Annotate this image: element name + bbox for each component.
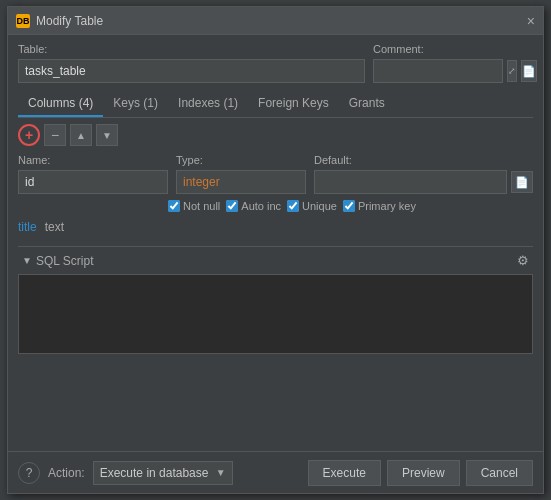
- notnull-label: Not null: [183, 200, 220, 212]
- sql-collapse-arrow: ▼: [22, 255, 32, 266]
- gear-icon[interactable]: ⚙: [517, 253, 529, 268]
- checkbox-notnull: Not null: [168, 200, 220, 212]
- other-columns-row: title text: [18, 220, 533, 234]
- comment-field-group: Comment: ⤢ 📄: [373, 43, 533, 83]
- preview-button[interactable]: Preview: [387, 460, 460, 486]
- comment-input[interactable]: [373, 59, 503, 83]
- footer-left: ? Action: Execute in database ▼: [18, 461, 233, 485]
- sql-content-area: [18, 274, 533, 354]
- sql-section: ▼ SQL Script ⚙: [18, 246, 533, 358]
- default-label: Default:: [314, 154, 533, 166]
- table-comment-row: Table: Comment: ⤢ 📄: [18, 43, 533, 83]
- comment-label: Comment:: [373, 43, 533, 55]
- tabs-bar: Columns (4) Keys (1) Indexes (1) Foreign…: [18, 91, 533, 118]
- add-column-button[interactable]: +: [18, 124, 40, 146]
- action-select-value: Execute in database: [100, 466, 210, 480]
- default-input-wrap: 📄: [314, 170, 533, 194]
- unique-label: Unique: [302, 200, 337, 212]
- dialog-footer: ? Action: Execute in database ▼ Execute …: [8, 451, 543, 493]
- action-select[interactable]: Execute in database ▼: [93, 461, 233, 485]
- table-field-group: Table:: [18, 43, 365, 83]
- table-label: Table:: [18, 43, 365, 55]
- close-button[interactable]: ×: [527, 14, 535, 28]
- type-label: Type:: [176, 154, 306, 166]
- comment-expand-button[interactable]: ⤢: [507, 60, 517, 82]
- comment-doc-icon: 📄: [522, 65, 536, 78]
- sql-section-title: SQL Script: [36, 254, 94, 268]
- move-down-button[interactable]: ▼: [96, 124, 118, 146]
- title-bar-left: DB Modify Table: [16, 14, 103, 28]
- table-input[interactable]: [18, 59, 365, 83]
- default-field-group: Default: 📄: [314, 154, 533, 194]
- name-label: Name:: [18, 154, 168, 166]
- checkbox-unique: Unique: [287, 200, 337, 212]
- checkboxes-row: Not null Auto inc Unique Primary key: [18, 200, 533, 212]
- default-comment-button[interactable]: 📄: [511, 171, 533, 193]
- footer-right: Execute Preview Cancel: [308, 460, 533, 486]
- sql-header-left: ▼ SQL Script: [22, 254, 93, 268]
- type-value[interactable]: integer: [176, 170, 306, 194]
- comment-input-wrap: ⤢ 📄: [373, 59, 533, 83]
- comment-icon-button[interactable]: 📄: [521, 60, 537, 82]
- primarykey-checkbox[interactable]: [343, 200, 355, 212]
- default-value-input[interactable]: [314, 170, 507, 194]
- type-field-group: Type: integer: [176, 154, 306, 194]
- notnull-checkbox[interactable]: [168, 200, 180, 212]
- title-bar: DB Modify Table ×: [8, 7, 543, 35]
- tab-columns[interactable]: Columns (4): [18, 91, 103, 117]
- action-dropdown-arrow: ▼: [216, 467, 226, 478]
- columns-toolbar: + − ▲ ▼: [18, 124, 533, 146]
- default-doc-icon: 📄: [515, 176, 529, 189]
- help-button[interactable]: ?: [18, 462, 40, 484]
- expand-icon: ⤢: [508, 66, 516, 76]
- tab-indexes[interactable]: Indexes (1): [168, 91, 248, 117]
- unique-checkbox[interactable]: [287, 200, 299, 212]
- dialog-title: Modify Table: [36, 14, 103, 28]
- action-label: Action:: [48, 466, 85, 480]
- move-up-button[interactable]: ▲: [70, 124, 92, 146]
- remove-column-button[interactable]: −: [44, 124, 66, 146]
- autoinc-label: Auto inc: [241, 200, 281, 212]
- tab-grants[interactable]: Grants: [339, 91, 395, 117]
- title-column-type: text: [45, 220, 64, 234]
- app-icon: DB: [16, 14, 30, 28]
- autoinc-checkbox[interactable]: [226, 200, 238, 212]
- tab-foreign-keys[interactable]: Foreign Keys: [248, 91, 339, 117]
- checkbox-primarykey: Primary key: [343, 200, 416, 212]
- column-fields-row: Name: Type: integer Default: 📄: [18, 154, 533, 194]
- checkbox-autoinc: Auto inc: [226, 200, 281, 212]
- primarykey-label: Primary key: [358, 200, 416, 212]
- name-field-group: Name:: [18, 154, 168, 194]
- execute-button[interactable]: Execute: [308, 460, 381, 486]
- cancel-button[interactable]: Cancel: [466, 460, 533, 486]
- title-column-name[interactable]: title: [18, 220, 37, 234]
- modify-table-dialog: DB Modify Table × Table: Comment: ⤢: [7, 6, 544, 494]
- dialog-body: Table: Comment: ⤢ 📄 Columns (4) Keys: [8, 35, 543, 451]
- tab-keys[interactable]: Keys (1): [103, 91, 168, 117]
- column-name-input[interactable]: [18, 170, 168, 194]
- sql-header[interactable]: ▼ SQL Script ⚙: [18, 247, 533, 274]
